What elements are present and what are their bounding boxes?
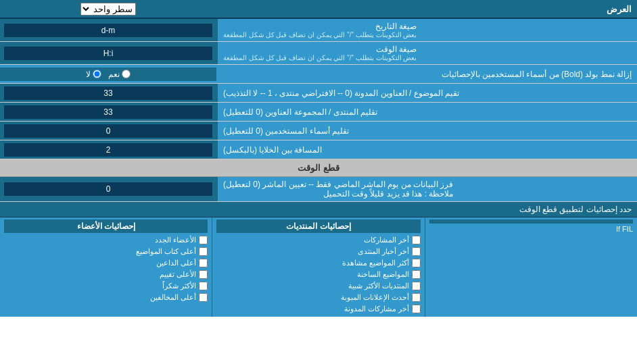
cutoff-filter-input[interactable]	[4, 182, 212, 196]
topic-order-row: تقيم الموضوع / العناوين المدونة (0 -- ال…	[0, 84, 637, 103]
stats-col-forums: إحصائيات المنتديات أخر المشاركات أخر أخب…	[212, 217, 424, 317]
forum-stat-check-3[interactable]	[412, 270, 421, 279]
date-format-input[interactable]	[4, 24, 212, 37]
gap-label: المسافة بين الخلايا (بالبكسل)	[216, 140, 637, 159]
header-label: العرض	[216, 1, 637, 17]
display-dropdown[interactable]: سطر واحدسطرينثلاثة أسطر	[80, 3, 136, 16]
gap-input-area	[0, 140, 216, 159]
forum-stat-check-1[interactable]	[412, 247, 421, 256]
bold-removal-yes-radio[interactable]	[122, 70, 131, 78]
forum-stat-check-0[interactable]	[412, 236, 421, 244]
forum-order-label: تقليم المنتدى / المجموعة العناوين (0 للت…	[216, 103, 637, 121]
member-stat-check-5[interactable]	[199, 293, 208, 302]
date-format-input-area	[0, 19, 216, 41]
cutoff-section-header: قطع الوقت	[0, 159, 637, 177]
time-format-label: صيغة الوقت بعض التكوينات يتطلب "/" التي …	[216, 42, 637, 64]
cutoff-filter-label: فرز البيانات من يوم الماشر الماضي فقط --…	[216, 177, 637, 201]
members-stats-header: إحصائيات الأعضاء	[4, 219, 208, 233]
member-stat-check-4[interactable]	[199, 282, 208, 290]
stats-apply-header: حدد إحصائيات لتطبيق قطع الوقت	[0, 202, 637, 217]
member-stat-item-1: أعلى كتاب المواضيع	[4, 246, 208, 257]
users-order-input[interactable]	[4, 124, 212, 138]
users-order-row: تقليم أسماء المستخدمين (0 للتعطيل)	[0, 122, 637, 140]
forum-order-input-area	[0, 103, 216, 121]
forum-stat-check-2[interactable]	[412, 259, 421, 267]
forum-stat-item-1: أخر أخبار المنتدى	[216, 246, 420, 257]
member-stat-check-0[interactable]	[199, 236, 208, 244]
forum-order-row: تقليم المنتدى / المجموعة العناوين (0 للت…	[0, 103, 637, 122]
forum-stat-check-4[interactable]	[412, 282, 421, 290]
topic-order-input[interactable]	[4, 86, 212, 100]
if-fil-label: If FIL	[429, 224, 633, 234]
bold-removal-input-area: نعم لا	[0, 68, 216, 81]
bold-removal-no-radio[interactable]	[93, 70, 101, 78]
main-container: العرض سطر واحدسطرينثلاثة أسطر صيغة التار…	[0, 0, 637, 317]
cutoff-filter-input-area	[0, 177, 216, 201]
time-format-input-area	[0, 42, 216, 64]
stats-col-members: إحصائيات الأعضاء الأعضاء الجدد أعلى كتاب…	[0, 217, 212, 317]
forum-stat-item-5: أحدث الإعلانات المبوبة	[216, 292, 420, 303]
forum-stat-item-0: أخر المشاركات	[216, 234, 420, 246]
stats-section: حدد إحصائيات لتطبيق قطع الوقت If FIL إحص…	[0, 202, 637, 317]
bold-removal-row: إزالة نمط بولد (Bold) من أسماء المستخدمي…	[0, 65, 637, 84]
bold-removal-label: إزالة نمط بولد (Bold) من أسماء المستخدمي…	[216, 67, 637, 82]
bold-removal-yes-label: نعم	[108, 70, 131, 79]
header-row: العرض سطر واحدسطرينثلاثة أسطر	[0, 0, 637, 19]
stats-grid: If FIL إحصائيات المنتديات أخر المشاركات …	[0, 217, 637, 317]
header-input-area: سطر واحدسطرينثلاثة أسطر	[0, 1, 216, 18]
member-stat-item-5: أعلى المخالفين	[4, 292, 208, 303]
forum-stat-check-6[interactable]	[412, 305, 421, 313]
member-stat-item-4: الأكثر شكراً	[4, 280, 208, 292]
gap-row: المسافة بين الخلايا (بالبكسل)	[0, 140, 637, 159]
users-order-input-area	[0, 122, 216, 140]
time-format-input[interactable]	[4, 47, 212, 60]
forum-stat-item-6: أخر مشاركات المدونة	[216, 303, 420, 315]
member-stat-check-3[interactable]	[199, 270, 208, 279]
forum-stat-item-2: أكثر المواضيع مشاهدة	[216, 257, 420, 269]
topic-order-label: تقيم الموضوع / العناوين المدونة (0 -- ال…	[216, 84, 637, 102]
time-format-row: صيغة الوقت بعض التكوينات يتطلب "/" التي …	[0, 42, 637, 65]
users-order-label: تقليم أسماء المستخدمين (0 للتعطيل)	[216, 122, 637, 140]
member-stat-item-3: الأعلى تقييم	[4, 269, 208, 280]
forums-stats-header: إحصائيات المنتديات	[216, 219, 420, 233]
forum-stat-check-5[interactable]	[412, 293, 421, 302]
gap-input[interactable]	[4, 143, 212, 157]
member-stat-check-2[interactable]	[199, 259, 208, 267]
bold-removal-no-label: لا	[86, 70, 101, 79]
forum-stat-item-3: المواضيع الساخنة	[216, 269, 420, 280]
stats-col-right: If FIL	[425, 217, 637, 317]
date-format-row: صيغة التاريخ بعض التكوينات يتطلب "/" الت…	[0, 19, 637, 42]
topic-order-input-area	[0, 84, 216, 102]
cutoff-filter-row: فرز البيانات من يوم الماشر الماضي فقط --…	[0, 177, 637, 202]
member-stat-check-1[interactable]	[199, 247, 208, 256]
member-stat-item-2: أعلى الداعين	[4, 257, 208, 269]
forum-order-input[interactable]	[4, 105, 212, 119]
date-format-label: صيغة التاريخ بعض التكوينات يتطلب "/" الت…	[216, 19, 637, 41]
member-stat-item-0: الأعضاء الجدد	[4, 234, 208, 246]
forum-stat-item-4: المنتديات الأكثر شبية	[216, 280, 420, 292]
